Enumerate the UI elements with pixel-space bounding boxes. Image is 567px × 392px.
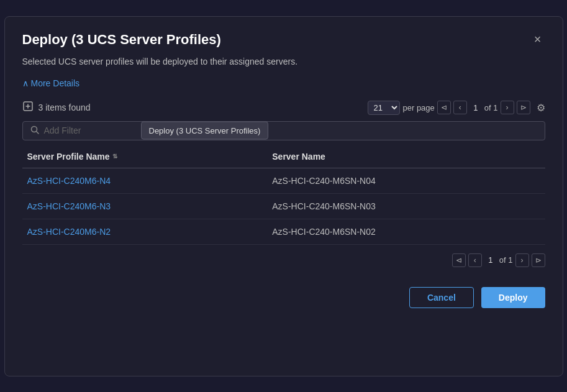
svg-line-2 xyxy=(36,131,39,134)
current-page: 1 xyxy=(469,103,482,112)
per-page-label: per page xyxy=(402,103,434,112)
per-page-select[interactable]: 21 50 100 xyxy=(368,101,400,115)
settings-icon[interactable]: ⚙ xyxy=(537,102,545,114)
footer-prev-page-button[interactable]: ‹ xyxy=(468,253,482,267)
next-page-button[interactable]: › xyxy=(501,101,514,114)
search-filter-bar: Add Filter Deploy (3 UCS Server Profiles… xyxy=(22,121,545,140)
toolbar-left: 3 items found xyxy=(22,101,91,114)
footer-last-page-button[interactable]: ⊳ xyxy=(532,253,545,267)
table-header: Server Profile Name ⇅ Server Name xyxy=(22,145,545,168)
server-name-1: AzS-HCI-C240-M6SN-N04 xyxy=(267,168,545,193)
footer-first-page-button[interactable]: ⊲ xyxy=(452,253,466,267)
items-found: 3 items found xyxy=(39,103,91,112)
footer-pagination: ⊲ ‹ 1 of 1 › ⊳ xyxy=(22,253,545,272)
pagination-controls: 21 50 100 per page ⊲ ‹ 1 of 1 › ⊳ ⚙ xyxy=(368,101,545,115)
server-name-3: AzS-HCI-C240-M6SN-N02 xyxy=(267,219,545,244)
table-row: AzS-HCI-C240M6-N4 AzS-HCI-C240-M6SN-N04 xyxy=(22,168,545,193)
table-row: AzS-HCI-C240M6-N3 AzS-HCI-C240-M6SN-N03 xyxy=(22,193,545,219)
first-page-button[interactable]: ⊲ xyxy=(437,101,451,114)
deploy-modal: Deploy (3 UCS Server Profiles) × Selecte… xyxy=(4,16,563,376)
more-details-label: More Details xyxy=(31,78,80,88)
profiles-table: Server Profile Name ⇅ Server Name AzS-HC… xyxy=(22,145,545,245)
col-header-server-name: Server Name xyxy=(267,145,545,168)
footer-current-page: 1 xyxy=(484,255,497,265)
table-body: AzS-HCI-C240M6-N4 AzS-HCI-C240-M6SN-N04 … xyxy=(22,168,545,244)
table-row: AzS-HCI-C240M6-N2 AzS-HCI-C240-M6SN-N02 xyxy=(22,219,545,244)
table-container: Server Profile Name ⇅ Server Name AzS-HC… xyxy=(22,145,545,245)
more-details-toggle[interactable]: ∧ More Details xyxy=(22,78,80,88)
profile-link-1[interactable]: AzS-HCI-C240M6-N4 xyxy=(27,176,111,186)
page-of-label: of 1 xyxy=(484,103,498,112)
cancel-button[interactable]: Cancel xyxy=(409,287,474,308)
modal-header: Deploy (3 UCS Server Profiles) × xyxy=(22,32,545,48)
chevron-up-icon: ∧ xyxy=(22,78,29,88)
sort-icon[interactable]: ⇅ xyxy=(112,153,117,160)
footer-page-of-label: of 1 xyxy=(499,255,513,265)
profile-link-3[interactable]: AzS-HCI-C240M6-N2 xyxy=(27,227,111,237)
deploy-button[interactable]: Deploy xyxy=(481,287,545,308)
col-header-profile-name: Server Profile Name ⇅ xyxy=(22,145,268,168)
last-page-button[interactable]: ⊳ xyxy=(517,101,530,114)
search-icon xyxy=(30,125,39,136)
footer-next-page-button[interactable]: › xyxy=(515,253,529,267)
modal-subtitle: Selected UCS server profiles will be dep… xyxy=(22,57,545,66)
prev-page-button[interactable]: ‹ xyxy=(453,101,467,114)
modal-title: Deploy (3 UCS Server Profiles) xyxy=(22,32,221,48)
export-icon[interactable] xyxy=(22,101,34,114)
filter-placeholder[interactable]: Add Filter xyxy=(44,125,81,135)
toolbar: 3 items found 21 50 100 per page ⊲ ‹ 1 o… xyxy=(22,101,545,115)
profile-link-2[interactable]: AzS-HCI-C240M6-N3 xyxy=(27,201,111,211)
modal-footer: Cancel Deploy xyxy=(22,287,545,308)
server-name-2: AzS-HCI-C240-M6SN-N03 xyxy=(267,193,545,219)
close-button[interactable]: × xyxy=(530,32,545,47)
tooltip: Deploy (3 UCS Server Profiles) xyxy=(141,122,269,140)
